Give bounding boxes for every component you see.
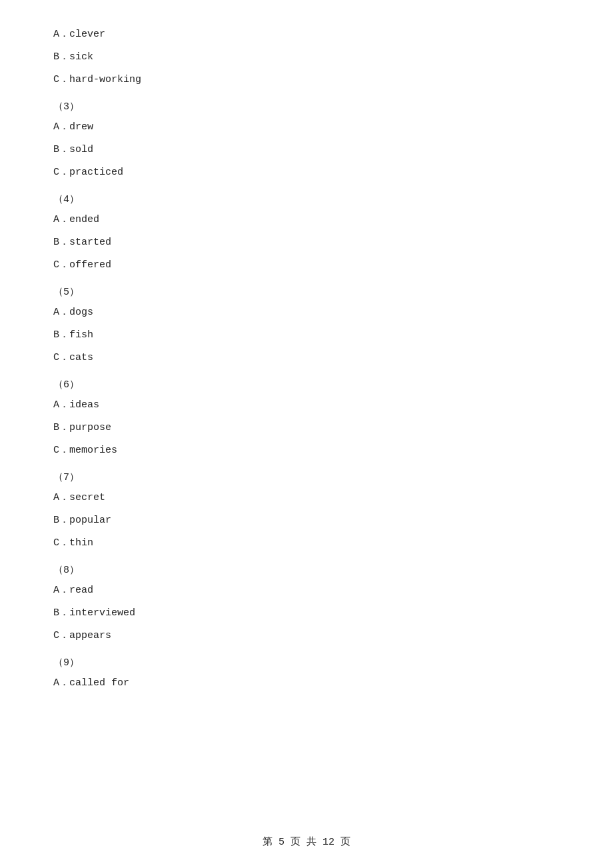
option-8-a: A．read [53, 583, 560, 599]
option-7-b: B．popular [53, 513, 560, 529]
option-5-b: B．fish [53, 327, 560, 343]
question-number-6: （6） [53, 378, 560, 391]
section-5: （5） A．dogs B．fish C．cats [53, 285, 560, 366]
question-number-5: （5） [53, 285, 560, 298]
option-0-c: C．hard-working [53, 72, 560, 88]
section-9: （9） A．called for [53, 656, 560, 691]
option-3-b: B．sold [53, 142, 560, 158]
option-3-a: A．drew [53, 119, 560, 135]
question-number-3: （3） [53, 100, 560, 113]
question-number-7: （7） [53, 471, 560, 483]
option-6-c: C．memories [53, 443, 560, 459]
option-4-b: B．started [53, 235, 560, 251]
option-6-a: A．ideas [53, 397, 560, 413]
section-6: （6） A．ideas B．purpose C．memories [53, 378, 560, 459]
question-number-9: （9） [53, 656, 560, 669]
section-4: （4） A．ended B．started C．offered [53, 193, 560, 273]
question-number-4: （4） [53, 193, 560, 205]
section-8: （8） A．read B．interviewed C．appears [53, 563, 560, 644]
option-5-c: C．cats [53, 350, 560, 366]
option-7-a: A．secret [53, 490, 560, 506]
option-9-a: A．called for [53, 675, 560, 691]
option-3-c: C．practiced [53, 165, 560, 181]
option-4-a: A．ended [53, 212, 560, 228]
section-0: A．clever B．sick C．hard-working [53, 27, 560, 88]
option-4-c: C．offered [53, 257, 560, 273]
option-6-b: B．purpose [53, 420, 560, 436]
option-0-a: A．clever [53, 27, 560, 43]
option-7-c: C．thin [53, 535, 560, 551]
option-8-c: C．appears [53, 628, 560, 644]
section-3: （3） A．drew B．sold C．practiced [53, 100, 560, 181]
page-footer: 第 5 页 共 12 页 [0, 835, 613, 848]
option-8-b: B．interviewed [53, 605, 560, 621]
option-5-a: A．dogs [53, 305, 560, 321]
question-number-8: （8） [53, 563, 560, 576]
section-7: （7） A．secret B．popular C．thin [53, 471, 560, 551]
main-content: A．clever B．sick C．hard-working （3） A．dre… [0, 0, 613, 731]
option-0-b: B．sick [53, 49, 560, 65]
footer-text: 第 5 页 共 12 页 [263, 837, 350, 848]
